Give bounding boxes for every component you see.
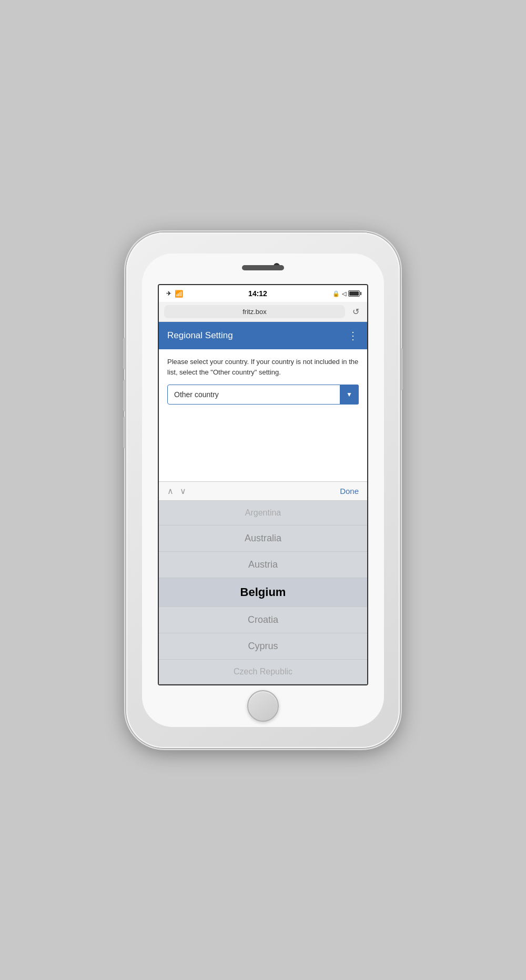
select-value: Other country bbox=[174, 390, 219, 399]
wifi-icon: 📶 bbox=[175, 290, 183, 298]
picker-item[interactable]: Austria bbox=[159, 552, 367, 578]
battery-icon bbox=[348, 290, 360, 297]
app-header: Regional Setting ⋮ bbox=[159, 322, 367, 349]
lock-icon: 🔒 bbox=[332, 290, 340, 297]
country-select[interactable]: Other country bbox=[167, 385, 359, 405]
status-right-icons: 🔒 ◁ bbox=[332, 290, 360, 297]
content-spacer bbox=[159, 412, 367, 481]
airplane-icon: ✈ bbox=[166, 290, 171, 297]
home-button[interactable] bbox=[247, 690, 279, 722]
status-bar: ✈ 📶 14:12 🔒 ◁ bbox=[159, 285, 367, 302]
screen: ✈ 📶 14:12 🔒 ◁ fritz.box ↺ bbox=[158, 284, 368, 685]
picker-item[interactable]: Belgium bbox=[159, 578, 367, 607]
phone-frame: ✈ 📶 14:12 🔒 ◁ fritz.box ↺ bbox=[126, 233, 400, 748]
status-left-icons: ✈ 📶 bbox=[166, 290, 183, 298]
phone-inner: ✈ 📶 14:12 🔒 ◁ fritz.box ↺ bbox=[142, 254, 384, 727]
picker-item[interactable]: Cyprus bbox=[159, 633, 367, 660]
app-content: Regional Setting ⋮ Please select your co… bbox=[159, 322, 367, 684]
picker-done-button[interactable]: Done bbox=[340, 487, 359, 496]
battery-fill bbox=[349, 291, 359, 296]
select-arrow-icon[interactable]: ▼ bbox=[340, 385, 359, 405]
picker-item[interactable]: Czech Republic bbox=[159, 660, 367, 684]
status-time: 14:12 bbox=[248, 289, 267, 298]
country-select-wrapper: Other country ▼ bbox=[167, 385, 359, 405]
picker-nav-down[interactable]: ∨ bbox=[180, 486, 186, 496]
speaker bbox=[242, 265, 284, 270]
url-field[interactable]: fritz.box bbox=[164, 305, 345, 318]
location-icon: ◁ bbox=[342, 290, 346, 297]
picker-item[interactable]: Argentina bbox=[159, 501, 367, 526]
home-button-area bbox=[247, 685, 279, 726]
description-text: Please select your country. If your coun… bbox=[159, 349, 367, 385]
url-bar: fritz.box ↺ bbox=[159, 302, 367, 322]
picker-item[interactable]: Australia bbox=[159, 526, 367, 552]
phone-top-bar bbox=[142, 254, 384, 285]
menu-button[interactable]: ⋮ bbox=[348, 329, 359, 342]
picker-item[interactable]: Croatia bbox=[159, 607, 367, 633]
picker-toolbar: ∧ ∨ Done bbox=[159, 481, 367, 501]
picker-list: ArgentinaAustraliaAustriaBelgiumCroatiaC… bbox=[159, 501, 367, 684]
picker-nav: ∧ ∨ bbox=[167, 486, 186, 496]
app-header-title: Regional Setting bbox=[167, 330, 233, 341]
picker-nav-up[interactable]: ∧ bbox=[167, 486, 174, 496]
reload-button[interactable]: ↺ bbox=[349, 306, 362, 318]
